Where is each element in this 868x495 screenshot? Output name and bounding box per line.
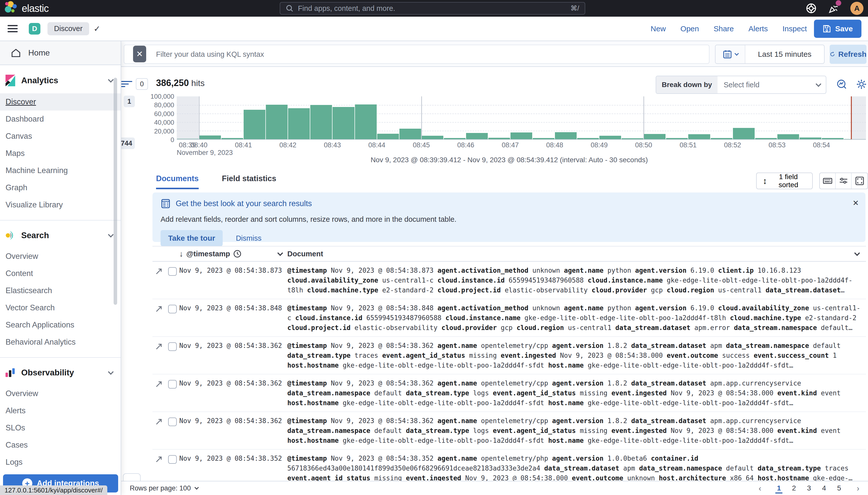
- sidebar-item-overview[interactable]: Overview: [0, 385, 121, 402]
- histogram-bar[interactable]: [466, 133, 488, 139]
- histogram-bar[interactable]: [711, 138, 733, 139]
- histogram-bar[interactable]: [399, 129, 421, 139]
- sidebar-item-overview[interactable]: Overview: [0, 248, 121, 265]
- tab-documents[interactable]: Documents: [156, 174, 199, 189]
- page-button-2[interactable]: 2: [790, 484, 798, 493]
- space-badge[interactable]: D: [29, 23, 40, 35]
- section-header-analytics[interactable]: Analytics: [0, 74, 121, 87]
- display-options-button[interactable]: [836, 173, 852, 189]
- kql-query-input[interactable]: Filter your data using KQL syntax: [124, 45, 710, 64]
- date-picker-calendar-button[interactable]: [716, 45, 745, 63]
- row-checkbox[interactable]: [168, 417, 177, 426]
- histogram-bar[interactable]: [799, 137, 821, 139]
- sidebar-item-machine-learning[interactable]: Machine Learning: [0, 162, 121, 179]
- histogram-bar[interactable]: [644, 134, 666, 139]
- sidebar-item-content[interactable]: Content: [0, 265, 121, 282]
- callout-close-icon[interactable]: ✕: [853, 199, 859, 207]
- toolbar-link-alerts[interactable]: Alerts: [749, 24, 768, 33]
- page-button-1[interactable]: 1: [775, 484, 782, 494]
- hits-histogram[interactable]: 100,00080,00060,00040,00020,0000 08:3908…: [152, 96, 866, 151]
- refresh-button[interactable]: Refresh: [830, 45, 867, 64]
- histogram-bar[interactable]: [421, 136, 444, 139]
- histogram-bar[interactable]: [755, 138, 777, 139]
- scrollbar[interactable]: [114, 78, 117, 305]
- histogram-bar[interactable]: [733, 128, 755, 139]
- avatar[interactable]: A: [850, 2, 864, 15]
- field-filter-icon[interactable]: [121, 80, 132, 88]
- histogram-bar[interactable]: [221, 138, 244, 139]
- breakdown-select[interactable]: Select field: [718, 76, 826, 93]
- date-picker[interactable]: Last 15 minutes: [715, 45, 824, 64]
- expand-document-icon[interactable]: [154, 380, 163, 389]
- sidebar-item-graph[interactable]: Graph: [0, 179, 121, 196]
- sidebar-item-alerts[interactable]: Alerts: [0, 402, 121, 419]
- sidebar-item-vector-search[interactable]: Vector Search: [0, 299, 121, 317]
- expand-document-icon[interactable]: [154, 267, 163, 276]
- dismiss-link[interactable]: Dismiss: [236, 234, 262, 242]
- toolbar-link-share[interactable]: Share: [714, 24, 734, 33]
- sidebar-item-slos[interactable]: SLOs: [0, 419, 121, 437]
- toolbar-link-open[interactable]: Open: [680, 24, 699, 33]
- histogram-bar[interactable]: [599, 136, 621, 139]
- plot-area[interactable]: [177, 96, 866, 140]
- histogram-bar[interactable]: [266, 105, 288, 139]
- histogram-bar[interactable]: [288, 108, 310, 139]
- elastic-logo[interactable]: elastic: [0, 1, 49, 16]
- row-checkbox[interactable]: [168, 455, 177, 464]
- save-button[interactable]: Save: [814, 20, 862, 38]
- histogram-bar[interactable]: [688, 134, 710, 139]
- expand-document-icon[interactable]: [154, 342, 163, 351]
- row-document-summary[interactable]: @timestamp Nov 9, 2023 @ 08:54:38.362 ag…: [287, 341, 866, 370]
- prev-page-button[interactable]: ‹: [759, 484, 762, 493]
- toolbar-link-new[interactable]: New: [651, 24, 666, 33]
- row-checkbox[interactable]: [168, 342, 177, 351]
- histogram-bar[interactable]: [621, 138, 644, 139]
- edit-visualization-icon[interactable]: [836, 79, 847, 90]
- histogram-bar[interactable]: [666, 138, 688, 139]
- expand-document-icon[interactable]: [154, 417, 163, 426]
- histogram-bar[interactable]: [444, 138, 466, 139]
- histogram-bar[interactable]: [532, 138, 555, 139]
- row-checkbox[interactable]: [168, 267, 177, 276]
- histogram-bar[interactable]: [310, 105, 332, 139]
- row-document-summary[interactable]: @timestamp Nov 9, 2023 @ 08:54:38.362 ag…: [287, 416, 866, 446]
- timestamp-column-header[interactable]: ↓ @timestamp: [179, 249, 287, 259]
- sidebar-item-maps[interactable]: Maps: [0, 145, 121, 162]
- document-column-header[interactable]: Document: [287, 250, 866, 258]
- sidebar-item-discover[interactable]: Discover: [0, 93, 121, 110]
- sidebar-item-search-applications[interactable]: Search Applications: [0, 317, 121, 334]
- menu-toggle-icon[interactable]: [7, 23, 18, 34]
- sidebar-item-logs[interactable]: Logs: [0, 454, 121, 469]
- sidebar-item-cases[interactable]: Cases: [0, 437, 121, 454]
- close-icon[interactable]: ✕: [133, 46, 146, 62]
- column-menu-chevron-icon[interactable]: [854, 250, 860, 256]
- row-checkbox[interactable]: [168, 305, 177, 313]
- page-button-5[interactable]: 5: [836, 484, 843, 493]
- page-button-3[interactable]: 3: [806, 484, 813, 493]
- take-tour-button[interactable]: Take the tour: [161, 230, 223, 246]
- histogram-bar[interactable]: [777, 134, 799, 139]
- histogram-bar[interactable]: [244, 110, 266, 139]
- fullscreen-button[interactable]: [852, 173, 868, 189]
- histogram-bar[interactable]: [377, 134, 399, 139]
- histogram-bar[interactable]: [577, 138, 599, 139]
- histogram-bar[interactable]: [488, 138, 510, 139]
- sidebar-item-behavioral-analytics[interactable]: Behavioral Analytics: [0, 334, 121, 351]
- histogram-bar[interactable]: [199, 136, 221, 139]
- page-button-4[interactable]: 4: [820, 484, 828, 493]
- sidebar-item-visualize-library[interactable]: Visualize Library: [0, 196, 121, 214]
- gear-icon[interactable]: [856, 79, 867, 90]
- section-header-observability[interactable]: Observability: [0, 367, 121, 378]
- help-icon[interactable]: [805, 2, 817, 14]
- expand-document-icon[interactable]: [154, 305, 163, 313]
- next-page-button[interactable]: ›: [857, 484, 859, 493]
- breadcrumb[interactable]: Discover: [48, 22, 89, 35]
- histogram-bar[interactable]: [821, 138, 844, 139]
- time-range-value[interactable]: Last 15 minutes: [745, 45, 824, 63]
- sidebar-item-canvas[interactable]: Canvas: [0, 128, 121, 145]
- row-checkbox[interactable]: [168, 380, 177, 389]
- newsfeed-button[interactable]: [828, 2, 840, 14]
- sidebar-item-home[interactable]: Home: [0, 41, 121, 65]
- rows-per-page-button[interactable]: Rows per page: 100: [130, 484, 197, 492]
- keyboard-shortcuts-button[interactable]: [820, 173, 836, 189]
